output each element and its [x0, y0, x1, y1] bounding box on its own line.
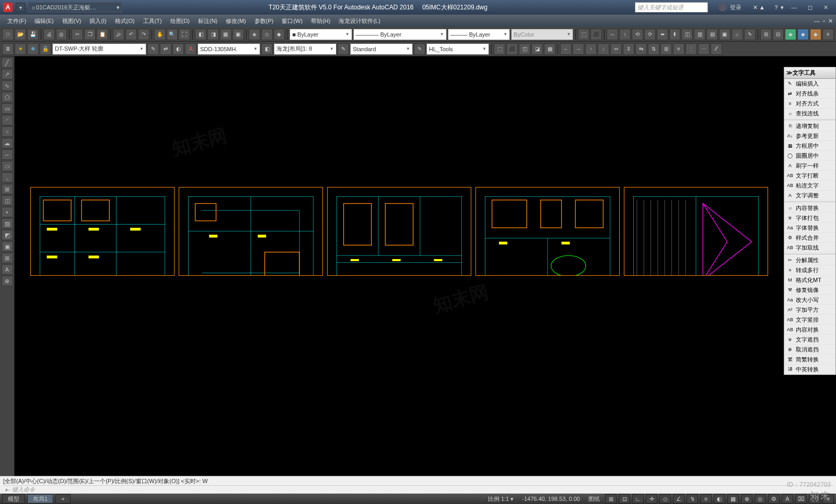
text-tool-item[interactable]: ⚒修复镜像 [784, 285, 835, 295]
menu-parametric[interactable]: 参数(P) [250, 16, 278, 26]
tool-btn[interactable]: ◧ [261, 43, 273, 55]
login-area[interactable]: 登录 [718, 3, 741, 11]
text-tool-item[interactable]: A文字调整 [784, 191, 835, 201]
text-tool-item[interactable]: ≡对齐方式 [784, 99, 835, 109]
tool-btn[interactable]: ◆ [785, 29, 796, 40]
tool-btn[interactable]: ✎ [338, 43, 349, 55]
drawing-canvas[interactable]: 知末网 知末网 ≫ 文字工具 [15, 56, 836, 476]
tool-btn[interactable]: ◆ [810, 29, 821, 40]
tool-btn[interactable]: ◧ [195, 29, 206, 40]
tool-btn[interactable]: ⇄ [160, 43, 171, 55]
tool-btn[interactable]: ▥ [694, 29, 705, 40]
menu-help[interactable]: 帮助(H) [307, 16, 334, 26]
menu-modify[interactable]: 修改(M) [222, 16, 250, 26]
tool-btn[interactable]: ⬛ [506, 43, 518, 55]
qat-icon[interactable]: ▾ [16, 3, 25, 12]
tool-btn[interactable]: ⇕ [623, 43, 634, 55]
snap-toggle[interactable]: ⊡ [619, 494, 630, 503]
text-tool-item[interactable]: AB内容对换 [784, 325, 835, 335]
text-tool-item[interactable]: A↓参考更新 [784, 131, 835, 141]
text-tool-item[interactable]: ⇄对齐线条 [784, 89, 835, 99]
tool-btn[interactable]: ⟲ [632, 29, 643, 40]
tool-btn[interactable]: ← [560, 43, 572, 55]
menu-window[interactable]: 窗口(W) [277, 16, 307, 26]
tool-btn[interactable]: ⋮ [686, 43, 697, 55]
tool-btn[interactable]: ⬚ [578, 29, 589, 40]
tool-btn[interactable]: ↕ [619, 29, 631, 40]
panel-title[interactable]: ≫ 文字工具 [784, 67, 835, 79]
doc-minimize-button[interactable]: — [814, 18, 820, 25]
add-selected-button[interactable]: ⊕ [2, 276, 13, 286]
grid-toggle[interactable]: ⊞ [605, 494, 617, 503]
text-tool-item[interactable]: 译中英转换 [784, 365, 835, 374]
qp-toggle[interactable]: ▦ [727, 494, 739, 503]
lineweight-combo[interactable]: ——— ByLayer▼ [448, 29, 510, 40]
gradient-button[interactable]: ◩ [2, 230, 13, 240]
tool-btn[interactable]: ↓ [598, 43, 609, 55]
tool-btn[interactable]: ◈ [249, 29, 260, 40]
tool-btn[interactable]: ⊞ [760, 29, 772, 40]
transparency-toggle[interactable]: ◐ [714, 494, 725, 503]
region-button[interactable]: ▣ [2, 241, 13, 252]
tool-btn[interactable]: ⬚ [494, 43, 505, 55]
point-button[interactable]: • [2, 207, 13, 217]
zoom-button[interactable]: 🔍 [167, 29, 178, 40]
paste-button[interactable]: 📋 [97, 29, 108, 40]
open-button[interactable]: 📂 [15, 29, 26, 40]
tool-btn[interactable]: ⇔ [610, 43, 622, 55]
xline-button[interactable]: ↗ [2, 69, 13, 79]
text-tool-item[interactable]: AB文字打断 [784, 171, 835, 181]
tool-btn[interactable]: ▣ [719, 29, 730, 40]
line-button[interactable]: ╱ [2, 57, 13, 68]
tool-btn[interactable]: ↔ [607, 29, 618, 40]
mtext-button[interactable]: A [2, 264, 13, 275]
text-tool-item[interactable]: ✎编辑插入 [784, 79, 835, 89]
tool-btn[interactable]: ⬌ [657, 29, 668, 40]
text-tool-item[interactable]: 繁简繁转换 [784, 355, 835, 365]
tool-btn[interactable]: ▣ [233, 29, 244, 40]
text-tool-item[interactable]: AB文字竖排 [784, 315, 835, 325]
text-style-button[interactable]: A [185, 43, 196, 55]
dyn-toggle[interactable]: ↯ [687, 494, 698, 503]
polyline-button[interactable]: ∿ [2, 80, 13, 91]
tool-btn[interactable]: ✎ [414, 43, 425, 55]
text-tool-item[interactable]: A刷字一样 [784, 161, 835, 171]
maximize-button[interactable]: ◻ [803, 2, 817, 13]
make-block-button[interactable]: ◫ [2, 195, 13, 206]
am-toggle[interactable]: ◎ [754, 494, 766, 503]
rectangle-button[interactable]: ▭ [2, 103, 13, 114]
tool-btn[interactable]: ↑ [585, 43, 597, 55]
text-tool-item[interactable]: ⌕查找连线 [784, 109, 835, 119]
osnap-toggle[interactable]: ◇ [659, 494, 671, 503]
tool-btn[interactable]: ◆ [274, 29, 285, 40]
menu-edit[interactable]: 编辑(E) [30, 16, 58, 26]
text-tool-item[interactable]: ⌕内容替换 [784, 203, 835, 213]
minimize-button[interactable]: — [787, 2, 802, 13]
tool-btn[interactable]: ⬛ [590, 29, 602, 40]
tool-btn[interactable]: ◪ [531, 43, 543, 55]
layer-lock-icon[interactable]: 🔓 [40, 43, 51, 55]
text-tool-item[interactable]: Aa改大小写 [784, 295, 835, 305]
ellipse-arc-button[interactable]: ◟ [2, 172, 13, 183]
lwt-toggle[interactable]: ≡ [700, 494, 712, 503]
tool-btn[interactable]: ◫ [681, 29, 693, 40]
otrack-toggle[interactable]: ∠ [673, 494, 684, 503]
paper-toggle[interactable]: 图纸 [585, 495, 603, 503]
layer-combo[interactable]: DT-SWP-大样 轮廓▼ [52, 43, 146, 55]
menu-format[interactable]: 格式(O) [111, 16, 139, 26]
tool-palette-combo[interactable]: HL_Tools▼ [426, 43, 489, 55]
insert-block-button[interactable]: ⊞ [2, 184, 13, 194]
tool-btn[interactable]: ◇ [261, 29, 273, 40]
layout-combo[interactable]: 海龙[布局]1: 8▼ [274, 43, 336, 55]
table-button[interactable]: ⊞ [2, 253, 13, 263]
model-tab[interactable]: 模型 [2, 494, 25, 503]
tool-btn[interactable]: ⋯ [698, 43, 710, 55]
zoom-ext-button[interactable]: ⛶ [179, 29, 190, 40]
text-tool-item[interactable]: A²字加平方 [784, 305, 835, 315]
tool-btn[interactable]: ≡ [822, 29, 834, 40]
menu-hailong[interactable]: 海龙设计软件(L) [334, 16, 384, 26]
linetype-combo[interactable]: ———— ByLayer▼ [353, 29, 447, 40]
tool-btn[interactable]: ⁄⁄ [711, 43, 722, 55]
document-selector[interactable]: ☼01CAD2016天正海艇…▾ [28, 2, 122, 13]
clean-button[interactable]: ⌧ [795, 494, 807, 503]
